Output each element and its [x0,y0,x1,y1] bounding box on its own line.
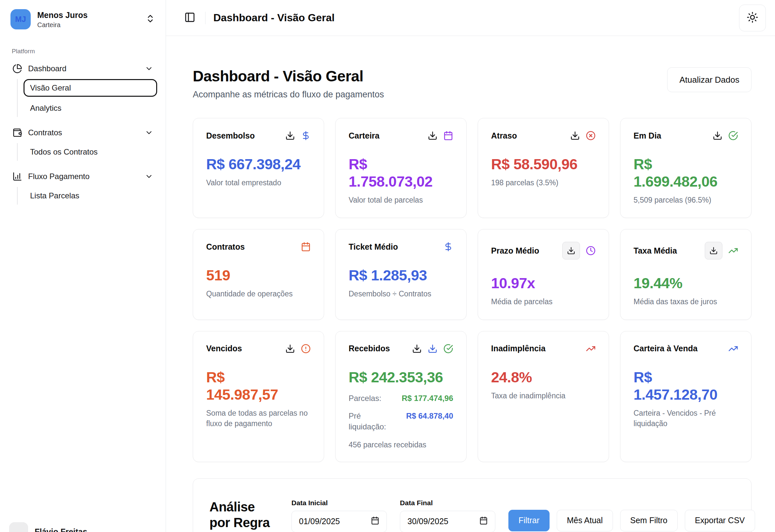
sidebar-item-label: Contratos [28,128,62,137]
card-value: 24.8% [491,369,596,386]
download-icon[interactable] [562,242,580,259]
team-text: Menos Juros Carteira [37,10,88,29]
end-date-input[interactable]: 30/09/2025 [400,511,495,532]
team-name: Menos Juros [37,10,88,20]
bar-chart-icon [12,171,22,181]
card-subtitle: Média das taxas de juros [634,297,738,307]
user-name: Flávio Freitas [35,527,87,532]
current-month-button[interactable]: Mês Atual [557,510,613,531]
chevron-down-icon [145,128,153,137]
sidebar-item-contratos[interactable]: Contratos [8,123,157,142]
sidebar-item-lista-parcelas[interactable]: Lista Parcelas [24,187,157,204]
card-em-dia: Em DiaR$ 1.699.482,065,509 parcelas (96.… [620,118,751,218]
card-header: Carteira [348,131,453,140]
circle-check-icon [444,344,453,354]
end-date-field: Data Final 30/09/2025 [400,499,495,532]
sidebar-item-dashboard[interactable]: Dashboard [8,59,157,78]
sidebar-sublist-dashboard: Visão Geral Analytics [17,79,157,117]
topbar: Dashboard - Visão Geral [166,0,775,36]
page-head: Dashboard - Visão Geral Acompanhe as mét… [193,67,751,100]
card-subtitle: Média de parcelas [491,297,596,307]
card-icons [285,344,311,354]
sidebar-nav: Dashboard Visão Geral Analytics [8,59,157,204]
user-menu[interactable]: Flávio Freitas [9,522,87,532]
calendar-icon[interactable] [479,516,488,527]
card-header: Vencidos [206,344,311,354]
analysis-card: Análise por Regra de Pagamento (PMT) Dat… [193,478,751,532]
card-value: R$ 1.285,93 [348,267,453,284]
card-header: Taxa Média [634,242,738,259]
sidebar-item-visao-geral[interactable]: Visão Geral [24,79,157,97]
download-icon[interactable] [713,131,722,140]
card-subtitle: Carteira - Vencidos - Pré liquidação [634,408,738,429]
card-subtitle: Quantidade de operações [206,289,311,299]
sidebar-item-label: Dashboard [28,64,66,73]
card-title: Carteira [348,131,379,140]
download-icon[interactable] [570,131,580,140]
sidebar-toggle-button[interactable] [182,10,197,26]
card-subtitle: Valor total emprestado [206,177,311,188]
card-desembolso: DesembolsoR$ 667.398,24Valor total empre… [193,118,324,218]
download-icon[interactable] [428,131,438,140]
filter-button[interactable]: Filtrar [509,510,550,531]
circle-x-icon [586,131,596,140]
card-ticket-medio: Ticket MédioR$ 1.285,93Desembolso ÷ Cont… [335,229,467,320]
theme-toggle-button[interactable] [739,5,766,31]
card-detail-row: Parcelas:R$ 177.474,96 [348,393,453,404]
refresh-data-button[interactable]: Atualizar Dados [667,67,751,92]
card-header: Inadimplência [491,344,596,354]
card-icons [285,131,311,140]
card-icons [562,242,596,259]
export-csv-button[interactable]: Exportar CSV [685,510,755,531]
card-title: Prazo Médio [491,246,539,255]
card-header: Em Dia [634,131,738,140]
sidebar-item-fluxo-pagamento[interactable]: Fluxo Pagamento [8,167,157,185]
card-value: R$ 1.457.128,70 [634,369,738,403]
download-icon[interactable] [285,131,295,140]
wallet-icon [12,128,22,137]
card-title: Atraso [491,131,517,140]
card-header: Prazo Médio [491,242,596,259]
team-switcher[interactable]: MJ Menos Juros Carteira [8,7,157,31]
card-title: Carteira à Venda [634,344,698,353]
download-icon[interactable] [412,344,422,354]
download-icon[interactable] [285,344,295,354]
card-title: Em Dia [634,131,661,140]
card-header: Recebidos [348,344,453,354]
start-date-input[interactable]: 01/09/2025 [291,511,387,532]
card-vencidos: VencidosR$ 145.987,57Soma de todas as pa… [193,331,324,462]
card-value: R$ 145.987,57 [206,369,284,403]
sidebar-item-todos-os-contratos[interactable]: Todos os Contratos [24,143,157,161]
calendar-icon[interactable] [371,516,379,527]
card-value: 10.97x [491,275,596,292]
card-inadimplencia: Inadimplência24.8%Taxa de inadimplência [478,331,609,462]
no-filter-button[interactable]: Sem Filtro [620,510,678,531]
chevrons-up-down-icon [145,14,155,25]
trending-up-icon [728,344,738,354]
card-title: Vencidos [206,344,242,353]
card-taxa-media: Taxa Média19.44%Média das taxas de juros [620,229,751,320]
card-prazo-medio: Prazo Médio10.97xMédia de parcelas [478,229,609,320]
card-value: R$ 242.353,36 [348,369,453,386]
card-carteira: CarteiraR$ 1.758.073,02Valor total de pa… [335,118,467,218]
sidebar-item-analytics[interactable]: Analytics [24,99,157,117]
download-icon[interactable] [428,344,438,354]
card-value: 19.44% [634,275,738,292]
card-header: Contratos [206,242,311,251]
page-title: Dashboard - Visão Geral [193,67,384,85]
download-icon[interactable] [705,242,722,259]
card-value: R$ 1.758.073,02 [348,155,453,190]
card-icons [570,131,596,140]
sidebar: MJ Menos Juros Carteira Platform Dashboa… [0,0,166,532]
card-header: Ticket Médio [348,242,453,251]
team-avatar-initials: MJ [15,15,26,24]
card-icons [428,131,453,140]
card-title: Inadimplência [491,344,546,353]
end-date-value: 30/09/2025 [408,517,448,526]
start-date-value: 01/09/2025 [299,517,340,526]
topbar-title: Dashboard - Visão Geral [213,12,334,24]
sun-icon [747,11,758,24]
team-avatar: MJ [10,9,31,29]
sidebar-group-fluxo-pagamento: Fluxo Pagamento Lista Parcelas [8,167,157,204]
card-title: Ticket Médio [348,242,398,251]
